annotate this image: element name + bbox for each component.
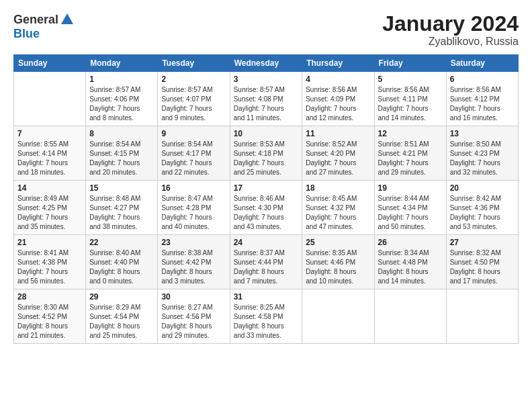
day-number: 27 [450, 238, 515, 247]
day-number: 31 [234, 292, 299, 302]
day-info: Daylight: 7 hours [17, 267, 82, 277]
col-friday: Friday [374, 55, 446, 72]
day-info: Sunrise: 8:56 AM [306, 85, 370, 95]
table-row: 31Sunrise: 8:25 AMSunset: 4:58 PMDayligh… [230, 289, 302, 344]
day-info: Sunset: 4:09 PM [306, 95, 370, 104]
day-info: Sunrise: 8:54 AM [89, 140, 154, 149]
day-info: Daylight: 7 hours [89, 158, 154, 168]
day-info: Sunrise: 8:38 AM [161, 248, 226, 258]
day-info: Sunrise: 8:42 AM [450, 194, 515, 203]
calendar-week-row: 21Sunrise: 8:41 AMSunset: 4:38 PMDayligh… [14, 235, 519, 289]
day-info: Sunset: 4:28 PM [161, 203, 226, 213]
day-info: Sunrise: 8:32 AM [450, 248, 515, 258]
day-info: Sunrise: 8:44 AM [378, 194, 443, 203]
day-info: and 50 minutes. [378, 222, 443, 232]
table-row: 17Sunrise: 8:46 AMSunset: 4:30 PMDayligh… [230, 181, 302, 235]
day-info: and 3 minutes. [161, 277, 226, 286]
day-info: Sunset: 4:27 PM [89, 203, 154, 213]
day-info: and 40 minutes. [161, 222, 226, 232]
day-info: Sunrise: 8:56 AM [450, 85, 515, 95]
day-info: Daylight: 7 hours [378, 158, 443, 168]
day-info: Daylight: 7 hours [378, 104, 443, 113]
day-info: Daylight: 8 hours [161, 322, 226, 331]
day-info: and 14 minutes. [378, 277, 443, 286]
day-info: Sunset: 4:32 PM [306, 203, 370, 213]
day-info: and 53 minutes. [450, 222, 515, 232]
day-info: Daylight: 7 hours [450, 213, 515, 222]
day-info: Sunrise: 8:50 AM [450, 140, 515, 149]
day-info: and 33 minutes. [234, 331, 299, 340]
day-info: Sunset: 4:07 PM [161, 95, 226, 104]
table-row: 7Sunrise: 8:55 AMSunset: 4:14 PMDaylight… [14, 126, 86, 181]
day-info: and 12 minutes. [306, 113, 370, 123]
day-info: and 43 minutes. [234, 222, 299, 232]
table-row: 30Sunrise: 8:27 AMSunset: 4:56 PMDayligh… [158, 289, 230, 344]
day-info: and 27 minutes. [306, 168, 370, 177]
day-info: Daylight: 7 hours [450, 104, 515, 113]
day-number: 6 [450, 75, 515, 84]
day-info: and 18 minutes. [17, 168, 82, 177]
day-info: Daylight: 7 hours [17, 213, 82, 222]
title-block: January 2024 Zyablikovo, Russia [382, 12, 519, 48]
day-number: 29 [89, 292, 154, 302]
day-number: 5 [378, 75, 443, 84]
day-info: Daylight: 7 hours [306, 213, 370, 222]
day-info: and 14 minutes. [378, 113, 443, 123]
day-info: and 38 minutes. [89, 222, 154, 232]
logo-icon [60, 12, 75, 27]
day-number: 23 [161, 238, 226, 247]
day-info: and 16 minutes. [450, 113, 515, 123]
day-info: Daylight: 8 hours [378, 267, 443, 277]
day-info: and 32 minutes. [450, 168, 515, 177]
day-number: 1 [89, 75, 154, 84]
col-wednesday: Wednesday [230, 55, 302, 72]
table-row: 29Sunrise: 8:29 AMSunset: 4:54 PMDayligh… [86, 289, 158, 344]
day-info: Sunset: 4:52 PM [17, 312, 82, 322]
day-info: Sunrise: 8:41 AM [17, 248, 82, 258]
day-info: Sunset: 4:42 PM [161, 258, 226, 267]
day-info: Daylight: 7 hours [17, 158, 82, 168]
day-number: 28 [17, 292, 82, 302]
table-row: 1Sunrise: 8:57 AMSunset: 4:06 PMDaylight… [86, 72, 158, 126]
day-info: Daylight: 7 hours [89, 213, 154, 222]
calendar-week-row: 7Sunrise: 8:55 AMSunset: 4:14 PMDaylight… [14, 126, 519, 181]
day-info: Sunrise: 8:40 AM [89, 248, 154, 258]
day-number: 26 [378, 238, 443, 247]
day-number: 17 [234, 183, 299, 193]
table-row: 25Sunrise: 8:35 AMSunset: 4:46 PMDayligh… [302, 235, 374, 289]
day-number: 18 [306, 183, 370, 193]
day-info: Daylight: 7 hours [234, 213, 299, 222]
day-info: Daylight: 8 hours [89, 322, 154, 331]
day-info: Daylight: 7 hours [234, 158, 299, 168]
svg-marker-0 [61, 13, 73, 24]
col-tuesday: Tuesday [158, 55, 230, 72]
day-info: Sunrise: 8:57 AM [234, 85, 299, 95]
day-number: 13 [450, 129, 515, 138]
table-row: 21Sunrise: 8:41 AMSunset: 4:38 PMDayligh… [14, 235, 86, 289]
day-info: Sunset: 4:48 PM [378, 258, 443, 267]
day-info: Sunset: 4:20 PM [306, 149, 370, 158]
table-row: 19Sunrise: 8:44 AMSunset: 4:34 PMDayligh… [374, 181, 446, 235]
day-info: Sunset: 4:44 PM [234, 258, 299, 267]
logo-general-text: General [13, 13, 58, 27]
day-info: and 29 minutes. [161, 331, 226, 340]
day-info: Sunset: 4:25 PM [17, 203, 82, 213]
day-number: 11 [306, 129, 370, 138]
day-info: Sunrise: 8:55 AM [17, 140, 82, 149]
table-row [446, 289, 518, 344]
table-row: 9Sunrise: 8:54 AMSunset: 4:17 PMDaylight… [158, 126, 230, 181]
day-info: Sunset: 4:56 PM [161, 312, 226, 322]
day-info: Sunrise: 8:29 AM [89, 303, 154, 312]
table-row: 27Sunrise: 8:32 AMSunset: 4:50 PMDayligh… [446, 235, 518, 289]
calendar-subtitle: Zyablikovo, Russia [382, 36, 519, 48]
table-row [374, 289, 446, 344]
calendar-week-row: 14Sunrise: 8:49 AMSunset: 4:25 PMDayligh… [14, 181, 519, 235]
day-info: Sunset: 4:14 PM [17, 149, 82, 158]
day-info: and 0 minutes. [89, 277, 154, 286]
calendar-header-row: Sunday Monday Tuesday Wednesday Thursday… [14, 55, 519, 72]
day-info: Sunset: 4:17 PM [161, 149, 226, 158]
table-row: 13Sunrise: 8:50 AMSunset: 4:23 PMDayligh… [446, 126, 518, 181]
day-info: and 7 minutes. [234, 277, 299, 286]
day-info: and 47 minutes. [306, 222, 370, 232]
day-info: Sunset: 4:08 PM [234, 95, 299, 104]
